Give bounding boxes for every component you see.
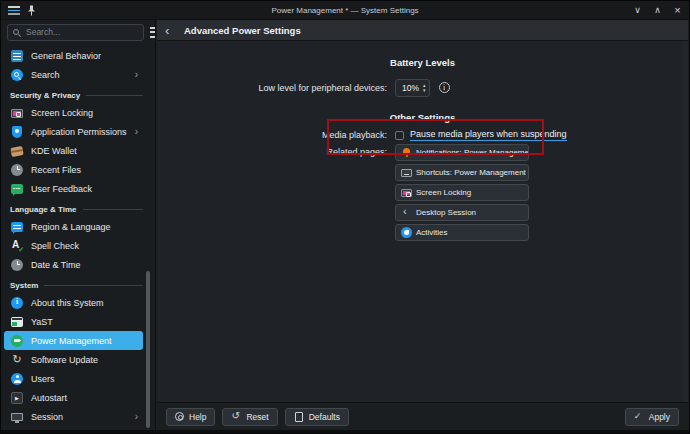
battery-levels-heading: Battery Levels: [157, 57, 688, 68]
related-page-activities[interactable]: Activities: [395, 224, 529, 241]
sidebar-item-session[interactable]: Session›: [4, 407, 143, 426]
sidebar-item-recent-files[interactable]: Recent Files: [4, 160, 143, 179]
spinbox-decrease-button[interactable]: [423, 88, 426, 93]
sidebar-item-date-time[interactable]: Date & Time: [4, 255, 143, 274]
window-title: Power Management * — System Settings: [1, 6, 689, 15]
info-icon[interactable]: [439, 82, 450, 93]
related-page-label: Activities: [416, 228, 448, 237]
help-button-label: Help: [189, 412, 206, 422]
language-icon: [11, 222, 23, 232]
info-icon: [11, 297, 23, 309]
sidebar-item-about-this-system[interactable]: About this System: [4, 293, 143, 312]
maximize-button[interactable]: [652, 5, 663, 16]
section-header-language-time: Language & Time: [2, 203, 143, 215]
pause-media-checkbox-label[interactable]: Pause media players when suspending: [410, 129, 567, 141]
reset-button[interactable]: Reset: [222, 408, 277, 426]
defaults-button[interactable]: Defaults: [285, 408, 349, 426]
battery-icon: [11, 335, 23, 347]
chevron-right-icon: ›: [135, 412, 138, 422]
related-page-label: Desktop Session: [416, 208, 476, 217]
window-bottom-edge: [1, 430, 689, 433]
system-settings-window: Power Management * — System Settings Gen…: [0, 0, 690, 434]
screen-locking-icon: [11, 109, 23, 118]
apply-button-label: Apply: [649, 412, 670, 422]
defaults-button-label: Defaults: [309, 412, 340, 422]
sidebar-nav: General BehaviorSearch›Security & Privac…: [2, 41, 155, 426]
sidebar-item-application-permissions[interactable]: Application Permissions›: [4, 122, 143, 141]
general-behavior-icon: [11, 50, 23, 62]
sidebar-item-label: User Feedback: [31, 184, 92, 194]
back-button[interactable]: [165, 24, 175, 37]
minimize-button[interactable]: [632, 5, 643, 16]
session-icon: [11, 413, 23, 421]
page-title: Advanced Power Settings: [184, 25, 301, 36]
keyboard-icon: [401, 169, 412, 177]
clock-icon: [11, 259, 23, 271]
sidebar-item-kde-wallet[interactable]: KDE Wallet: [4, 141, 143, 160]
sidebar-item-region-language[interactable]: Region & Language: [4, 217, 143, 236]
screen-locking-icon: [401, 189, 412, 197]
related-page-label: Shortcuts: Power Management: [416, 168, 526, 177]
section-header-label: System: [10, 281, 38, 290]
sidebar: General BehaviorSearch›Security & Privac…: [2, 20, 156, 430]
update-icon: [11, 354, 23, 366]
sidebar-item-label: Autostart: [31, 393, 67, 403]
related-pages-list: Notifications: Power ManagementShortcuts…: [395, 144, 529, 241]
main-panel: Advanced Power Settings Battery Levels L…: [157, 20, 688, 430]
chevron-right-icon: ›: [135, 70, 138, 80]
app-icon: [8, 6, 20, 15]
sidebar-item-label: Power Management: [31, 336, 112, 346]
sidebar-item-label: Recent Files: [31, 165, 81, 175]
search-box[interactable]: [7, 24, 144, 41]
sidebar-item-user-feedback[interactable]: User Feedback: [4, 179, 143, 198]
sidebar-item-screen-locking[interactable]: Screen Locking: [4, 103, 143, 122]
users-icon: [11, 373, 23, 385]
search-app-icon: [11, 69, 23, 81]
sidebar-item-search[interactable]: Search›: [4, 65, 143, 84]
media-playback-label: Media playback:: [157, 130, 387, 140]
related-page-shortcuts-power-management[interactable]: Shortcuts: Power Management: [395, 164, 529, 181]
search-icon: [12, 28, 21, 37]
sidebar-item-software-update[interactable]: Software Update: [4, 350, 143, 369]
sidebar-scrollbar[interactable]: [146, 271, 150, 428]
sidebar-item-label: KDE Wallet: [31, 146, 77, 156]
section-header-security-privacy: Security & Privacy: [2, 89, 143, 101]
sidebar-item-spell-check[interactable]: Spell Check: [4, 236, 143, 255]
pause-media-checkbox[interactable]: [395, 131, 404, 140]
footer-toolbar: HelpResetDefaults Apply: [157, 402, 688, 430]
reset-icon: [231, 412, 241, 422]
section-divider-line: [83, 209, 143, 210]
search-input[interactable]: [24, 26, 139, 38]
sidebar-item-label: Region & Language: [31, 222, 111, 232]
shield-icon: [12, 126, 22, 138]
low-level-spinbox[interactable]: 10%: [395, 79, 430, 97]
spinbox-value: 10%: [402, 83, 419, 93]
sidebar-item-general-behavior[interactable]: General Behavior: [4, 46, 143, 65]
section-header-label: Security & Privacy: [10, 91, 80, 100]
section-divider-line: [44, 285, 143, 286]
clock-icon: [11, 164, 23, 176]
sidebar-item-label: Software Update: [31, 355, 98, 365]
sidebar-item-autostart[interactable]: Autostart: [4, 388, 143, 407]
hamburger-menu-icon[interactable]: [150, 27, 156, 38]
related-page-desktop-session[interactable]: Desktop Session: [395, 204, 529, 221]
pin-icon[interactable]: [27, 2, 36, 20]
chevron-right-icon: ›: [135, 127, 138, 137]
apply-button[interactable]: Apply: [625, 408, 679, 426]
sidebar-item-label: YaST: [31, 317, 53, 327]
spellcheck-icon: [11, 240, 23, 252]
sidebar-item-power-management[interactable]: Power Management: [4, 331, 143, 350]
help-button[interactable]: Help: [166, 408, 215, 426]
close-button[interactable]: [672, 5, 683, 16]
content-scrollbar-track[interactable]: [683, 41, 688, 402]
yast-icon: [11, 317, 23, 327]
sidebar-item-label: Session: [31, 412, 63, 422]
activities-icon: [401, 227, 412, 238]
reset-button-label: Reset: [246, 412, 268, 422]
titlebar[interactable]: Power Management * — System Settings: [1, 1, 689, 20]
sidebar-item-users[interactable]: Users: [4, 369, 143, 388]
related-page-label: Notifications: Power Management: [416, 148, 529, 157]
related-page-screen-locking[interactable]: Screen Locking: [395, 184, 529, 201]
related-page-notifications-power-management[interactable]: Notifications: Power Management: [395, 144, 529, 161]
sidebar-item-yast[interactable]: YaST: [4, 312, 143, 331]
